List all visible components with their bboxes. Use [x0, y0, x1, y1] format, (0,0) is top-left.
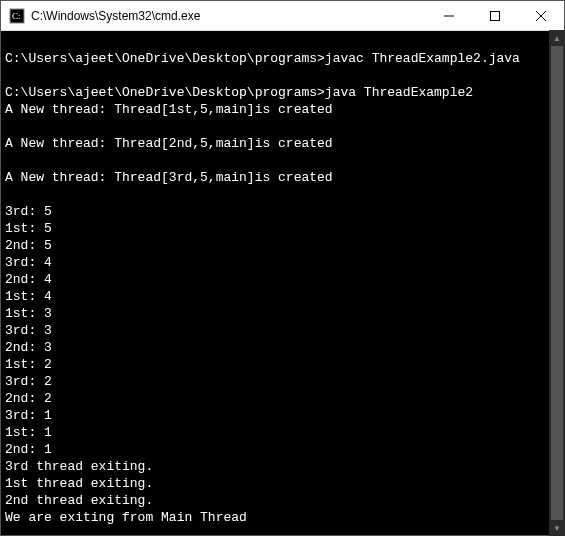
cmd-icon: C: [9, 8, 25, 24]
terminal-line: 3rd: 4 [5, 255, 52, 270]
terminal-line: We are exiting from Main Thread [5, 510, 247, 525]
terminal-line: 1st: 2 [5, 357, 52, 372]
svg-text:C:: C: [12, 11, 21, 21]
terminal-line: 3rd: 5 [5, 204, 52, 219]
terminal-line: 3rd thread exiting. [5, 459, 153, 474]
cmd-window: C: C:\Windows\System32\cmd.exe C:\Users\… [0, 0, 565, 536]
terminal-line: 3rd: 1 [5, 408, 52, 423]
scroll-up-arrow-icon[interactable]: ▲ [549, 30, 565, 46]
terminal-line: 3rd: 3 [5, 323, 52, 338]
terminal-line: 2nd: 5 [5, 238, 52, 253]
terminal-line: C:\Users\ajeet\OneDrive\Desktop\programs… [5, 51, 520, 66]
terminal-output[interactable]: C:\Users\ajeet\OneDrive\Desktop\programs… [1, 31, 564, 535]
terminal-line: 2nd: 4 [5, 272, 52, 287]
scrollbar-thumb[interactable] [551, 46, 563, 520]
terminal-line: C:\Users\ajeet\OneDrive\Desktop\programs… [5, 85, 473, 100]
window-controls [426, 1, 564, 30]
titlebar[interactable]: C: C:\Windows\System32\cmd.exe [1, 1, 564, 31]
terminal-line: 1st: 3 [5, 306, 52, 321]
scrollbar-track[interactable] [549, 46, 565, 520]
terminal-line: 2nd: 3 [5, 340, 52, 355]
terminal-line: A New thread: Thread[2nd,5,main]is creat… [5, 136, 333, 151]
terminal-line: 2nd: 1 [5, 442, 52, 457]
terminal-line: 1st: 4 [5, 289, 52, 304]
terminal-line: 1st: 1 [5, 425, 52, 440]
terminal-line: 1st thread exiting. [5, 476, 153, 491]
terminal-line: 2nd thread exiting. [5, 493, 153, 508]
svg-rect-3 [491, 11, 500, 20]
scroll-down-arrow-icon[interactable]: ▼ [549, 520, 565, 536]
maximize-button[interactable] [472, 1, 518, 30]
minimize-button[interactable] [426, 1, 472, 30]
terminal-line: 3rd: 2 [5, 374, 52, 389]
close-button[interactable] [518, 1, 564, 30]
terminal-line: A New thread: Thread[1st,5,main]is creat… [5, 102, 333, 117]
terminal-line: 1st: 5 [5, 221, 52, 236]
vertical-scrollbar[interactable]: ▲ ▼ [549, 30, 565, 536]
terminal-line: A New thread: Thread[3rd,5,main]is creat… [5, 170, 333, 185]
terminal-line: 2nd: 2 [5, 391, 52, 406]
window-title: C:\Windows\System32\cmd.exe [31, 9, 426, 23]
